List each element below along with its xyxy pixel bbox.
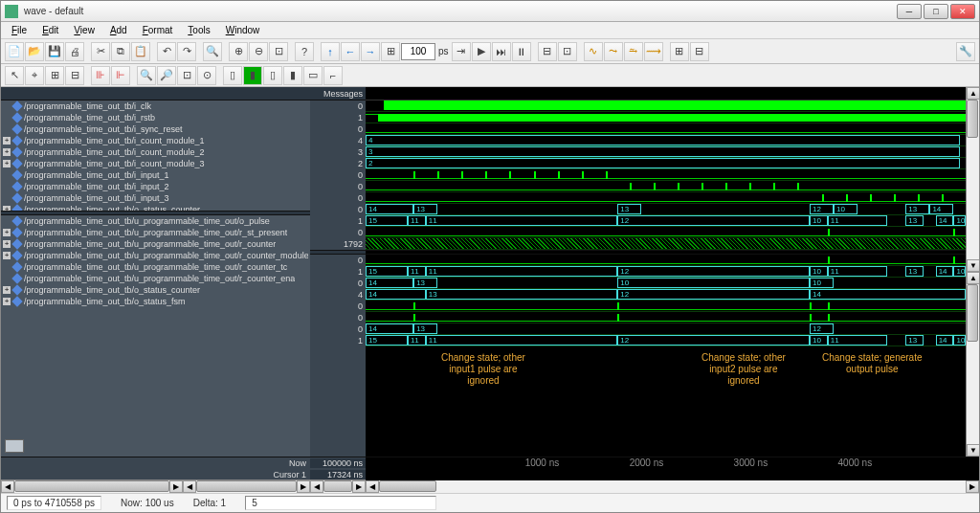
- zoom-out-icon[interactable]: ⊖: [249, 42, 268, 61]
- signal-row[interactable]: /programmable_time_out_tb/i_input_1: [1, 169, 310, 181]
- menu-edit[interactable]: Edit: [35, 24, 65, 36]
- new-icon[interactable]: 📄: [5, 42, 24, 61]
- expand-icon[interactable]: +: [3, 206, 11, 211]
- signal-row[interactable]: /programmable_time_out_tb/u_programmable…: [1, 261, 310, 273]
- signal-row[interactable]: /programmable_time_out_tb/i_rstb: [1, 112, 310, 123]
- signal-row[interactable]: +/programmable_time_out_tb/o_status_coun…: [1, 204, 310, 211]
- waveform-row[interactable]: 151111121011131410: [366, 266, 966, 278]
- scroll-down-icon[interactable]: ▼: [967, 259, 979, 272]
- zoomcursor-icon[interactable]: ⊙: [197, 66, 216, 85]
- signal-row[interactable]: +/programmable_time_out_tb/u_programmabl…: [1, 238, 310, 250]
- up-arrow-icon[interactable]: ↑: [321, 42, 340, 61]
- cursor-ruler[interactable]: [366, 469, 979, 480]
- stop-icon[interactable]: ⊞: [381, 42, 400, 61]
- menu-format[interactable]: Format: [136, 24, 180, 36]
- signal-row[interactable]: +/programmable_time_out_tb/i_count_modul…: [1, 146, 310, 158]
- time-ruler[interactable]: 1000 ns2000 ns3000 ns4000 ns: [366, 457, 979, 469]
- layout1-icon[interactable]: ⊞: [670, 42, 689, 61]
- scroll-down2-icon[interactable]: ▼: [967, 444, 979, 457]
- layout2-icon[interactable]: ⊟: [690, 42, 709, 61]
- signal-row[interactable]: /programmable_time_out_tb/i_clk: [1, 100, 310, 112]
- signal-row[interactable]: /programmable_time_out_tb/i_input_3: [1, 192, 310, 204]
- expand-icon[interactable]: +: [3, 137, 11, 145]
- hscroll-right4-icon[interactable]: ▶: [966, 480, 979, 493]
- hscroll-right3-icon[interactable]: ▶: [352, 480, 366, 493]
- waveform-row[interactable]: [366, 238, 966, 250]
- expand-icon[interactable]: +: [3, 252, 11, 259]
- copy-icon[interactable]: ⧉: [111, 42, 130, 61]
- group1-icon[interactable]: ⊪: [91, 66, 110, 85]
- toggle2-icon[interactable]: ⊡: [558, 42, 577, 61]
- waveform-row[interactable]: 151111121011131410: [366, 335, 966, 346]
- waveform-row[interactable]: 14131312101314: [366, 204, 966, 215]
- collapse-icon[interactable]: ⊟: [65, 66, 84, 85]
- hscroll-right1-icon[interactable]: ▶: [169, 480, 183, 493]
- expand-icon[interactable]: +: [3, 240, 11, 248]
- minimize-button[interactable]: ─: [897, 4, 922, 19]
- zoomin2-icon[interactable]: 🔍: [137, 66, 156, 85]
- scroll-up-icon[interactable]: ▲: [967, 87, 979, 100]
- runall-icon[interactable]: ⏭: [492, 42, 511, 61]
- step-icon[interactable]: ⇥: [452, 42, 471, 61]
- waveform-row[interactable]: [366, 112, 966, 123]
- menu-window[interactable]: Window: [219, 24, 267, 36]
- zoom-icon[interactable]: ⊕: [229, 42, 248, 61]
- signal-row[interactable]: /programmable_time_out_tb/i_input_2: [1, 181, 310, 192]
- signal-row[interactable]: +/programmable_time_out_tb/u_programmabl…: [1, 227, 310, 238]
- expand-icon[interactable]: +: [3, 286, 11, 294]
- signal-row[interactable]: +/programmable_time_out_tb/o_status_fsm: [1, 296, 310, 307]
- waveform-row[interactable]: 151111121011131410: [366, 215, 966, 227]
- expand-icon[interactable]: +: [3, 160, 11, 167]
- zoom-all-icon[interactable]: ⊡: [269, 42, 288, 61]
- cut-icon[interactable]: ✂: [91, 42, 110, 61]
- close-button[interactable]: ✕: [950, 4, 975, 19]
- menu-view[interactable]: View: [67, 24, 101, 36]
- waveform-row[interactable]: [366, 169, 966, 181]
- waveform-row[interactable]: [366, 312, 966, 323]
- zoomfit-icon[interactable]: ⊡: [177, 66, 196, 85]
- find-icon[interactable]: 🔍: [203, 42, 222, 61]
- waveform-row[interactable]: 2: [366, 158, 966, 169]
- paste-icon[interactable]: 📋: [131, 42, 150, 61]
- signal-row[interactable]: +/programmable_time_out_tb/u_programmabl…: [1, 250, 310, 261]
- signal-row[interactable]: /programmable_time_out_tb/u_programmable…: [1, 215, 310, 227]
- save-icon[interactable]: 💾: [45, 42, 64, 61]
- waveform-row[interactable]: 4: [366, 135, 966, 146]
- scroll-up2-icon[interactable]: ▲: [967, 272, 979, 284]
- cursor-icon[interactable]: ⌖: [25, 66, 44, 85]
- expand-icon[interactable]: +: [3, 298, 11, 305]
- waveform-row[interactable]: 141312: [366, 323, 966, 335]
- undo-icon[interactable]: ↶: [157, 42, 176, 61]
- hscroll-left1-icon[interactable]: ◀: [1, 480, 14, 493]
- menu-add[interactable]: Add: [103, 24, 134, 36]
- tool-end-icon[interactable]: 🔧: [956, 42, 975, 61]
- format4-icon[interactable]: ▮: [283, 66, 302, 85]
- left-arrow-icon[interactable]: ←: [341, 42, 360, 61]
- zoom-box[interactable]: [5, 439, 24, 453]
- vertical-scrollbar[interactable]: ▲ ▼ ▲ ▼: [966, 87, 979, 457]
- waveform-row[interactable]: 14131214: [366, 289, 966, 301]
- wave3-icon[interactable]: ⥲: [624, 42, 643, 61]
- wave4-icon[interactable]: ⟿: [644, 42, 663, 61]
- signal-row[interactable]: /programmable_time_out_tb/u_programmable…: [1, 273, 310, 284]
- wave-hscroll[interactable]: [379, 480, 966, 493]
- wave2-icon[interactable]: ⤳: [604, 42, 623, 61]
- expand-icon[interactable]: +: [3, 229, 11, 236]
- waveform-row[interactable]: [366, 123, 966, 135]
- zoomout2-icon[interactable]: 🔎: [157, 66, 176, 85]
- open-icon[interactable]: 📂: [25, 42, 44, 61]
- waveform-row[interactable]: [366, 301, 966, 312]
- toggle1-icon[interactable]: ⊟: [538, 42, 557, 61]
- waveform-row[interactable]: [366, 100, 966, 112]
- signal-row[interactable]: +/programmable_time_out_tb/i_count_modul…: [1, 158, 310, 169]
- waveform-row[interactable]: 14131010: [366, 278, 966, 289]
- signal-row[interactable]: +/programmable_time_out_tb/i_count_modul…: [1, 135, 310, 146]
- help-icon[interactable]: ?: [295, 42, 314, 61]
- format2-icon[interactable]: ▮: [243, 66, 262, 85]
- time-input[interactable]: [401, 43, 435, 60]
- format6-icon[interactable]: ⌐: [323, 66, 343, 85]
- right-arrow-icon[interactable]: →: [361, 42, 380, 61]
- waveform-row[interactable]: [366, 192, 966, 204]
- format3-icon[interactable]: ▯: [263, 66, 282, 85]
- expand-icon[interactable]: +: [3, 148, 11, 156]
